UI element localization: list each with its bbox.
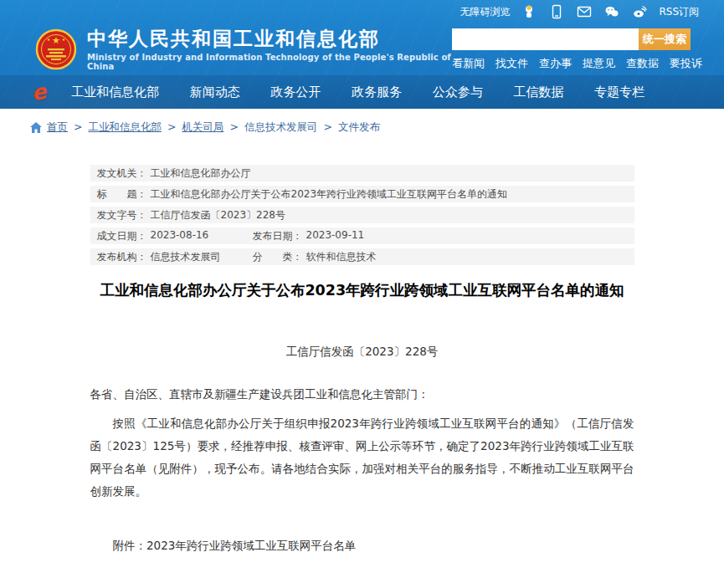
meta-row: 成文日期：2023-08-16发布日期：2023-09-11 [90,228,634,244]
search-input[interactable] [452,28,639,50]
meta-value: 软件和信息技术 [306,250,377,264]
meta-cell: 发布日期：2023-09-11 [253,229,365,243]
mascot-icon[interactable] [521,4,537,19]
meta-label: 发文机关： [97,166,147,181]
meta-cell: 成文日期：2023-08-16 [97,229,253,243]
quick-link[interactable]: 找文件 [496,56,528,71]
meta-cell: 分 类：软件和信息技术 [253,250,377,264]
search-button[interactable]: 统一搜索 [639,28,691,50]
meta-row: 发文机关：工业和信息化部办公厅 [90,165,634,182]
wechat-icon[interactable] [604,4,619,19]
meta-label: 发布日期： [253,229,303,243]
nav-item[interactable]: 公众参与 [433,84,483,100]
breadcrumb-item[interactable]: 信息技术发展司 [223,120,317,135]
mobile-icon[interactable] [549,4,564,19]
nav-item[interactable]: 政务公开 [270,84,321,100]
body-paragraph: 按照《工业和信息化部办公厅关于组织申报2023年跨行业跨领域工业互联网平台的通知… [90,412,634,503]
meta-cell: 发布机构：信息技术发展司 [97,250,253,264]
breadcrumb-items: 首页工业和信息化部机关司局信息技术发展司文件发布 [47,120,380,135]
accessibility-link[interactable]: 无障碍浏览 [460,5,510,19]
nav-items: 工业和信息化部新闻动态政务公开政务服务公众参与工信数据专题专栏 [71,84,644,100]
meta-value: 2023-09-11 [306,229,365,243]
main-nav: e 工业和信息化部新闻动态政务公开政务服务公众参与工信数据专题专栏 [0,75,724,109]
nav-item[interactable]: 工信数据 [513,84,563,100]
nav-item[interactable]: 新闻动态 [190,84,240,100]
svg-text:★: ★ [62,37,66,42]
svg-text:★: ★ [47,37,51,42]
quick-link[interactable]: 看新闻 [452,56,485,71]
salutation: 各省、自治区、直辖市及新疆生产建设兵团工业和信息化主管部门： [90,383,634,406]
nav-logo-icon[interactable]: e [30,80,47,103]
breadcrumb: 首页工业和信息化部机关司局信息技术发展司文件发布 [0,109,724,143]
document: 发文机关：工业和信息化部办公厅标 题：工业和信息化部办公厅关于公布2023年跨行… [90,165,634,588]
brand-text: 中华人民共和国工业和信息化部 Ministry of Industry and … [87,28,452,70]
weibo-icon[interactable] [632,4,647,19]
meta-value: 2023-08-16 [151,229,209,243]
site-title: 中华人民共和国工业和信息化部 [87,28,452,49]
meta-value: 工业和信息化部办公厅关于公布2023年跨行业跨领域工业互联网平台名单的通知 [151,187,508,202]
attachment-link[interactable]: 附件：2023年跨行业跨领域工业互联网平台名单 [90,534,634,557]
meta-cell: 标 题：工业和信息化部办公厅关于公布2023年跨行业跨领域工业互联网平台名单的通… [97,187,508,202]
mail-icon[interactable] [577,4,592,19]
meta-label: 发文字号： [97,208,147,222]
quick-links: 看新闻找文件查办事提意见查数据要投诉 [452,56,691,71]
nav-item[interactable]: 专题专栏 [594,84,644,100]
svg-text:★: ★ [52,35,60,46]
meta-label: 标 题： [97,187,147,202]
meta-value: 信息技术发展司 [151,250,221,264]
topbar-icons [521,4,647,19]
doc-body: 各省、自治区、直辖市及新疆生产建设兵团工业和信息化主管部门： 按照《工业和信息化… [90,383,634,588]
breadcrumb-item[interactable]: 机关司局 [162,120,223,135]
doc-title: 工业和信息化部办公厅关于公布2023年跨行业跨领域工业互联网平台名单的通知 [90,280,634,301]
breadcrumb-item[interactable]: 文件发布 [317,120,379,135]
quick-link[interactable]: 要投诉 [670,56,702,71]
meta-row: 发文字号：工信厅信发函〔2023〕228号 [90,207,634,223]
meta-row: 标 题：工业和信息化部办公厅关于公布2023年跨行业跨领域工业互联网平台名单的通… [90,186,634,202]
topbar: 无障碍浏览 RSS订阅 [0,0,724,23]
meta-cell: 发文机关：工业和信息化部办公厅 [97,166,251,181]
doc-meta-table: 发文机关：工业和信息化部办公厅标 题：工业和信息化部办公厅关于公布2023年跨行… [90,165,634,265]
breadcrumb-item[interactable]: 首页 [47,120,68,135]
rss-link[interactable]: RSS订阅 [659,5,699,19]
quick-link[interactable]: 查办事 [539,56,572,71]
breadcrumb-item[interactable]: 工业和信息化部 [68,120,162,135]
meta-label: 分 类： [253,250,303,264]
meta-value: 工信厅信发函〔2023〕228号 [151,208,285,222]
brand: ★ ★ ★ 中华人民共和国工业和信息化部 Ministry of Industr… [35,28,452,70]
meta-label: 成文日期： [97,229,147,243]
search-area: 统一搜索 看新闻找文件查办事提意见查数据要投诉 [452,28,691,71]
site-header: 无障碍浏览 RSS订阅 ★ [0,0,724,109]
quick-link[interactable]: 提意见 [583,56,615,71]
nav-item[interactable]: 政务服务 [352,84,402,100]
nav-item[interactable]: 工业和信息化部 [71,84,159,100]
meta-cell: 发文字号：工信厅信发函〔2023〕228号 [97,208,285,222]
quick-link[interactable]: 查数据 [626,56,659,71]
meta-row: 发布机构：信息技术发展司分 类：软件和信息技术 [90,248,634,265]
header-main: ★ ★ ★ 中华人民共和国工业和信息化部 Ministry of Industr… [0,23,724,75]
meta-value: 工业和信息化部办公厅 [151,166,251,181]
meta-label: 发布机构： [97,250,147,264]
home-icon[interactable] [30,122,42,133]
site-title-en: Ministry of Industry and Information Tec… [87,53,452,71]
doc-number: 工信厅信发函〔2023〕228号 [90,345,634,360]
national-emblem-icon: ★ ★ ★ [35,28,77,70]
